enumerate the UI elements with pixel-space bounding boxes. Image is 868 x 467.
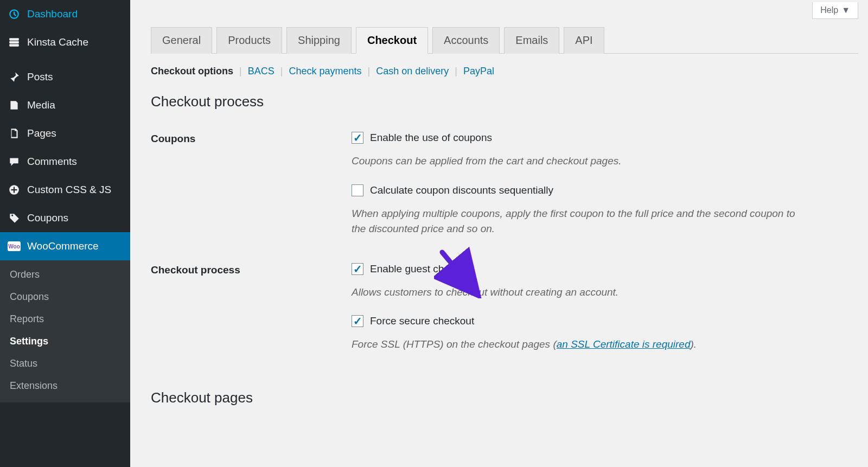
row-checkout-process-label: Checkout process [151,263,352,276]
submenu-item-reports[interactable]: Reports [0,308,130,330]
subnav-cash-on-delivery[interactable]: Cash on delivery [376,66,449,76]
sidebar-item-label: Pages [27,127,56,139]
submenu-item-coupons[interactable]: Coupons [0,286,130,308]
tab-general[interactable]: General [151,27,212,54]
sidebar-item-kinsta-cache[interactable]: Kinsta Cache [0,28,130,56]
tab-emails[interactable]: Emails [504,27,559,54]
admin-sidebar: Dashboard Kinsta Cache Posts Media Pages… [0,0,130,467]
svg-rect-1 [9,41,19,43]
submenu-item-orders[interactable]: Orders [0,264,130,286]
tag-icon [8,212,21,225]
sidebar-item-label: Coupons [27,212,68,224]
help-tab[interactable]: Help ▼ [812,2,858,19]
woocommerce-submenu: Orders Coupons Reports Settings Status E… [0,260,130,402]
row-coupons: Coupons Enable the use of coupons Coupon… [151,132,858,252]
tab-shipping[interactable]: Shipping [286,27,352,54]
desc-guest-checkout: Allows customers to checkout without cre… [352,285,796,300]
database-icon [8,36,21,49]
checkbox-sequential-discounts-label: Calculate coupon discounts sequentially [370,184,553,196]
sidebar-item-dashboard[interactable]: Dashboard [0,0,130,28]
checkbox-enable-coupons-label: Enable the use of coupons [370,132,492,144]
tab-api[interactable]: API [564,27,604,54]
pin-icon [8,71,21,84]
subnav-bacs[interactable]: BACS [248,66,275,76]
chevron-down-icon: ▼ [841,5,850,15]
desc-enable-coupons: Coupons can be applied from the cart and… [352,153,796,169]
checkout-subnav: Checkout options | BACS | Check payments… [151,66,858,77]
row-checkout-process: Checkout process Enable guest checkout A… [151,263,858,368]
sidebar-item-comments[interactable]: Comments [0,148,130,176]
desc-sequential-discounts: When applying multiple coupons, apply th… [352,206,796,237]
desc-force-ssl: Force SSL (HTTPS) on the checkout pages … [352,337,796,353]
dashboard-icon [8,8,21,21]
sidebar-item-label: Media [27,99,55,111]
checkbox-sequential-discounts[interactable] [352,184,363,196]
row-coupons-label: Coupons [151,132,352,145]
sidebar-item-coupons[interactable]: Coupons [0,204,130,232]
main-content: Help ▼ General Products Shipping Checkou… [130,0,868,467]
woocommerce-icon: Woo [8,240,21,253]
heading-checkout-process: Checkout process [151,93,858,110]
checkbox-guest-checkout[interactable] [352,263,363,275]
comment-icon [8,155,21,168]
subnav-paypal[interactable]: PayPal [463,66,494,76]
svg-point-3 [12,103,14,104]
sidebar-item-label: Posts [27,71,53,83]
checkbox-enable-coupons[interactable] [352,132,363,144]
checkbox-guest-checkout-label: Enable guest checkout [370,263,474,275]
sidebar-item-posts[interactable]: Posts [0,63,130,91]
sidebar-item-custom-css-js[interactable]: Custom CSS & JS [0,176,130,204]
sidebar-item-label: Custom CSS & JS [27,184,111,196]
settings-tabs: General Products Shipping Checkout Accou… [151,27,858,54]
sidebar-item-pages[interactable]: Pages [0,119,130,148]
pages-icon [8,127,21,140]
sidebar-item-woocommerce[interactable]: Woo WooCommerce [0,232,130,260]
subnav-current[interactable]: Checkout options [151,66,233,76]
svg-rect-2 [9,44,19,46]
tab-checkout[interactable]: Checkout [356,27,428,54]
heading-checkout-pages: Checkout pages [151,389,858,406]
ssl-certificate-link[interactable]: an SSL Certificate is required [557,338,691,350]
sidebar-item-label: Comments [27,156,77,168]
checkbox-force-ssl-label: Force secure checkout [370,315,474,327]
sidebar-item-label: Dashboard [27,8,78,20]
submenu-item-status[interactable]: Status [0,353,130,375]
help-label: Help [820,5,838,15]
plus-circle-icon [8,183,21,196]
subnav-check-payments[interactable]: Check payments [289,66,361,76]
media-icon [8,99,21,112]
submenu-item-extensions[interactable]: Extensions [0,375,130,397]
sidebar-item-label: Kinsta Cache [27,36,88,48]
tab-accounts[interactable]: Accounts [432,27,500,54]
settings-form: Coupons Enable the use of coupons Coupon… [151,132,858,368]
tab-products[interactable]: Products [216,27,282,54]
sidebar-item-label: WooCommerce [27,240,99,252]
svg-rect-0 [9,38,19,40]
sidebar-item-media[interactable]: Media [0,91,130,119]
submenu-item-settings[interactable]: Settings [0,330,130,353]
checkbox-force-ssl[interactable] [352,315,363,327]
